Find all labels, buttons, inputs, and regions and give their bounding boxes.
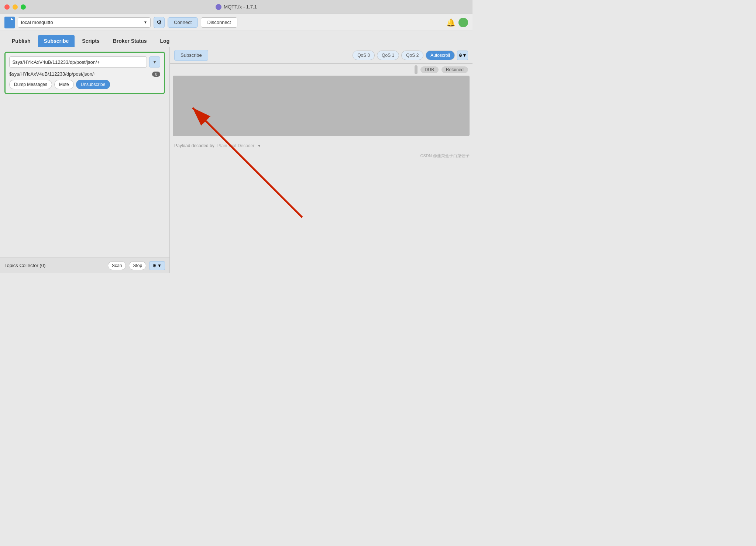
dub-badge: DUB <box>420 66 439 73</box>
topic-input-row: ▼ <box>9 56 160 68</box>
connection-dropdown[interactable]: local mosquitto ▼ <box>18 17 151 28</box>
message-area: DUB Retained Payload decoded by Plain Te… <box>170 63 472 273</box>
tab-subscribe[interactable]: Subscribe <box>38 35 75 47</box>
title-bar: MQTT.fx - 1.7.1 <box>0 0 472 14</box>
qos-row: QoS 0 QoS 1 QoS 2 Autoscroll ⚙▼ <box>353 51 468 60</box>
scroll-indicator <box>415 65 417 74</box>
left-panel: ▼ $sys/HYicAxV4uB/112233/dp/post/json/+ … <box>0 47 170 273</box>
settings-button[interactable]: ⚙ <box>154 17 165 28</box>
message-content-area <box>173 76 470 136</box>
message-count-badge: 0 <box>152 72 160 77</box>
topic-dropdown-button[interactable]: ▼ <box>149 56 160 68</box>
topics-collector-title: Topics Collector (0) <box>4 263 105 268</box>
payload-decoded-by-label: Payload decoded by <box>174 143 214 148</box>
message-header: DUB Retained <box>170 64 472 76</box>
subscribed-topic-row: $sys/HYicAxV4uB/112233/dp/post/json/+ 0 <box>9 71 160 77</box>
disconnect-button[interactable]: Disconnect <box>201 17 237 28</box>
topics-collector: Topics Collector (0) Scan Stop ⚙ ▼ <box>0 258 169 273</box>
mute-button[interactable]: Mute <box>54 80 74 89</box>
connect-button[interactable]: Connect <box>168 17 198 28</box>
topics-settings-button[interactable]: ⚙ ▼ <box>149 261 165 270</box>
tab-scripts[interactable]: Scripts <box>76 35 105 47</box>
payload-footer: Payload decoded by Plain Text Decoder ▼ <box>170 139 472 152</box>
autoscroll-button[interactable]: Autoscroll <box>426 51 455 60</box>
topics-gear-icon: ⚙ <box>152 263 157 268</box>
mqtt-icon <box>216 4 221 10</box>
subscribed-topic-label: $sys/HYicAxV4uB/112233/dp/post/json/+ <box>9 71 96 77</box>
topics-dropdown-arrow: ▼ <box>157 263 162 268</box>
retained-badge: Retained <box>441 66 468 73</box>
scan-button[interactable]: Scan <box>108 261 126 270</box>
connection-dropdown-arrow: ▼ <box>144 20 147 24</box>
stop-button[interactable]: Stop <box>129 261 146 270</box>
right-panel: Subscribe QoS 0 QoS 1 QoS 2 Autoscroll ⚙… <box>170 47 472 273</box>
toolbar: local mosquitto ▼ ⚙ Connect Disconnect 🔔 <box>0 14 472 31</box>
message-gear-icon: ⚙▼ <box>458 53 467 58</box>
toolbar-right: 🔔 <box>446 18 468 27</box>
subscribe-actions: Dump Messages Mute Unsubscribe <box>9 80 160 89</box>
qos2-button[interactable]: QoS 2 <box>401 51 423 60</box>
user-avatar <box>458 18 468 27</box>
tab-log[interactable]: Log <box>154 35 176 47</box>
maximize-button[interactable] <box>21 4 26 10</box>
message-settings-button[interactable]: ⚙▼ <box>457 51 468 60</box>
subscribe-main-button[interactable]: Subscribe <box>174 50 208 61</box>
window-title: MQTT.fx - 1.7.1 <box>216 4 257 10</box>
decoder-dropdown-arrow[interactable]: ▼ <box>257 144 261 148</box>
plain-text-decoder-label: Plain Text Decoder <box>217 143 255 148</box>
bottom-message-panel: DUB Retained Payload decoded by Plain Te… <box>170 63 472 159</box>
subscribe-box: ▼ $sys/HYicAxV4uB/112233/dp/post/json/+ … <box>4 52 165 94</box>
watermark: CSDN @韭菜盒子白菜饺子 <box>170 152 472 159</box>
minimize-button[interactable] <box>13 4 18 10</box>
notification-icon[interactable]: 🔔 <box>446 18 456 27</box>
connection-value: local mosquitto <box>21 20 53 25</box>
qos0-button[interactable]: QoS 0 <box>353 51 375 60</box>
document-icon <box>4 17 15 28</box>
tabs-bar: Publish Subscribe Scripts Broker Status … <box>0 31 472 47</box>
main-content: ▼ $sys/HYicAxV4uB/112233/dp/post/json/+ … <box>0 47 472 273</box>
tab-publish[interactable]: Publish <box>6 35 37 47</box>
close-button[interactable] <box>4 4 10 10</box>
subscribe-area: ▼ $sys/HYicAxV4uB/112233/dp/post/json/+ … <box>0 47 169 258</box>
window-controls <box>4 4 26 10</box>
unsubscribe-button[interactable]: Unsubscribe <box>76 80 110 89</box>
qos1-button[interactable]: QoS 1 <box>377 51 399 60</box>
tab-broker-status[interactable]: Broker Status <box>107 35 153 47</box>
topic-input[interactable] <box>9 56 147 68</box>
dump-messages-button[interactable]: Dump Messages <box>9 80 52 89</box>
right-top-bar: Subscribe QoS 0 QoS 1 QoS 2 Autoscroll ⚙… <box>170 47 472 63</box>
